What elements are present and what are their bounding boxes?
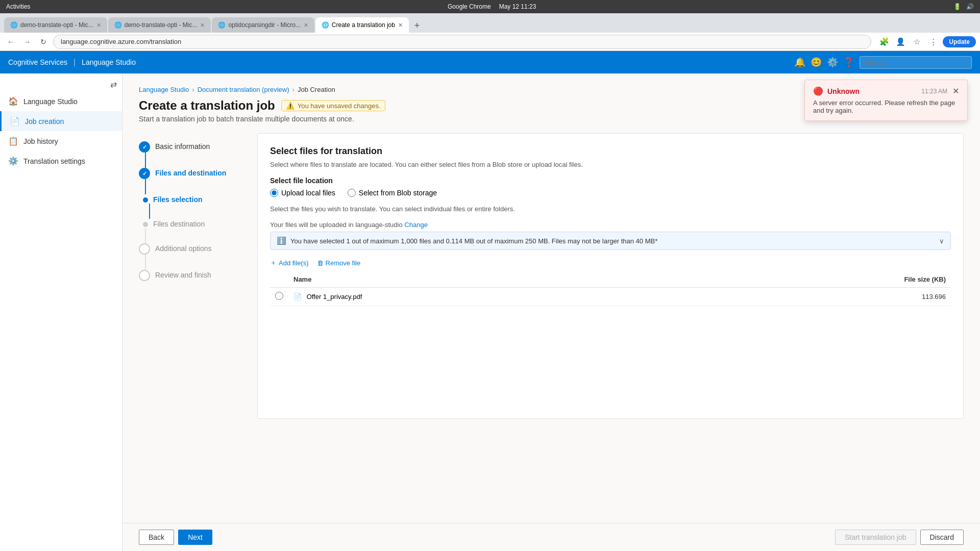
- radio-blob-storage[interactable]: Select from Blob storage: [348, 189, 437, 197]
- content-panel: Select files for translation Select wher…: [257, 133, 964, 419]
- step-label-review-finish: Review and finish: [155, 270, 211, 279]
- tab-favicon-4: 🌐: [322, 21, 329, 29]
- file-size-1: 113.696: [688, 288, 951, 306]
- sidebar-label-language-studio: Language Studio: [23, 97, 78, 106]
- unsaved-badge: ⚠️ You have unsaved changes.: [281, 100, 385, 111]
- upload-info: Your files will be uploaded in language-…: [270, 221, 951, 229]
- browser-tab-1[interactable]: 🌐 demo-translate-opti - Mic... ✕: [4, 17, 107, 33]
- radio-input-upload-local[interactable]: [270, 189, 278, 197]
- extensions-icon[interactable]: 🧩: [877, 35, 891, 48]
- browser-tab-2[interactable]: 🌐 demo-translate-opti - Mic... ✕: [108, 17, 211, 33]
- header-separator: |: [74, 58, 76, 67]
- step-review-finish: Review and finish: [139, 270, 241, 281]
- step-label-files-dest: Files and destination: [155, 168, 226, 177]
- main-content: Language Studio › Document translation (…: [122, 73, 980, 523]
- tab-close-1[interactable]: ✕: [96, 22, 101, 29]
- file-icon-1: 📄: [293, 293, 302, 300]
- header-icons: 🔔 😊 ⚙️ ❓: [794, 56, 972, 69]
- step-dot-files-dest: ✓: [139, 168, 150, 179]
- back-button[interactable]: Back: [139, 530, 174, 545]
- new-tab-button[interactable]: +: [410, 18, 424, 33]
- browser-tab-4[interactable]: 🌐 Create a translation job ✕: [315, 17, 409, 33]
- job-creation-icon: 📄: [10, 116, 20, 126]
- sidebar-item-job-history[interactable]: 📋 Job history: [0, 131, 122, 151]
- sidebar-toggle[interactable]: ⇄: [0, 78, 122, 91]
- toast-time: 11:23 AM: [921, 88, 947, 95]
- error-toast: 🔴 Unknown 11:23 AM ✕ A server error occu…: [804, 80, 968, 121]
- info-banner-text: You have selected 1 out of maximum 1,000…: [290, 237, 657, 245]
- profile-icon[interactable]: 👤: [894, 35, 907, 48]
- bookmark-icon[interactable]: ☆: [910, 35, 923, 48]
- reload-nav-button[interactable]: ↻: [37, 35, 50, 48]
- bottom-bar: Back Next Start translation job Discard: [122, 523, 980, 551]
- info-banner[interactable]: ℹ️ You have selected 1 out of maximum 1,…: [270, 232, 951, 250]
- toast-error-icon: 🔴: [813, 86, 823, 96]
- help-icon[interactable]: ❓: [843, 57, 854, 68]
- table-header-row: Name File size (KB): [270, 271, 951, 288]
- step-label-files-selection: Files selection: [153, 194, 202, 204]
- file-table: Name File size (KB) 📄: [270, 271, 951, 306]
- browser-menu-icon[interactable]: ⋮: [926, 35, 940, 48]
- info-icon: ℹ️: [277, 236, 286, 245]
- header-search-input[interactable]: [860, 56, 972, 69]
- back-nav-button[interactable]: ←: [4, 35, 17, 48]
- radio-input-blob-storage[interactable]: [348, 189, 356, 197]
- language-studio-header-link[interactable]: Language Studio: [82, 58, 136, 66]
- discard-button[interactable]: Discard: [920, 530, 964, 545]
- change-link[interactable]: Change: [404, 221, 428, 229]
- app-header: Cognitive Services | Language Studio 🔔 😊…: [0, 51, 980, 73]
- table-header-name: Name: [288, 271, 688, 288]
- step-connector-1: [145, 153, 146, 168]
- step-connector-5: [145, 255, 146, 270]
- browser-tab-3[interactable]: 🌐 optidocparsingdir - Micro... ✕: [212, 17, 314, 33]
- next-button[interactable]: Next: [178, 530, 212, 545]
- step-dot-files-selection: [143, 197, 148, 203]
- sidebar-item-language-studio[interactable]: 🏠 Language Studio: [0, 91, 122, 111]
- remove-file-button[interactable]: 🗑 Remove file: [317, 259, 361, 267]
- browser-chrome: 🌐 demo-translate-opti - Mic... ✕ 🌐 demo-…: [0, 13, 980, 51]
- radio-upload-local[interactable]: Upload local files: [270, 189, 335, 197]
- step-dot-basic-info: ✓: [139, 141, 150, 153]
- sidebar-label-job-creation: Job creation: [25, 117, 64, 126]
- tab-bar: 🌐 demo-translate-opti - Mic... ✕ 🌐 demo-…: [0, 13, 980, 33]
- breadcrumb-language-studio[interactable]: Language Studio: [139, 86, 189, 93]
- forward-nav-button[interactable]: →: [20, 35, 34, 48]
- toast-title: Unknown: [827, 87, 860, 95]
- tab-close-2[interactable]: ✕: [200, 22, 205, 29]
- start-translation-button: Start translation job: [835, 530, 916, 545]
- table-row: 📄 Offer 1_privacy.pdf 113.696: [270, 288, 951, 306]
- toast-body: A server error occurred. Please refresh …: [813, 99, 959, 114]
- address-input[interactable]: [53, 35, 871, 49]
- tab-close-4[interactable]: ✕: [398, 22, 403, 29]
- cognitive-services-link[interactable]: Cognitive Services: [8, 58, 67, 66]
- breadcrumb-doc-translation[interactable]: Document translation (preview): [198, 86, 289, 93]
- os-activities: Activities: [6, 3, 30, 10]
- update-button[interactable]: Update: [943, 36, 976, 47]
- notification-icon[interactable]: 🔔: [794, 57, 805, 68]
- step-dot-review-finish: [139, 270, 150, 281]
- app-body: ⇄ 🏠 Language Studio 📄 Job creation 📋 Job…: [0, 73, 980, 551]
- sidebar-item-job-creation[interactable]: 📄 Job creation: [0, 111, 122, 131]
- remove-icon: 🗑: [317, 259, 324, 267]
- steps-panel: ✓ Basic information ✓ Files and destinat…: [139, 133, 241, 419]
- page-title: Create a translation job: [139, 98, 275, 113]
- breadcrumb-current: Job Creation: [298, 86, 335, 93]
- wizard-layout: ✓ Basic information ✓ Files and destinat…: [139, 133, 964, 419]
- os-center: Google Chrome May 12 11:23: [448, 3, 536, 10]
- step-files-selection: Files selection: [139, 194, 241, 204]
- step-connector-4: [145, 228, 146, 243]
- settings-icon[interactable]: ⚙️: [827, 57, 838, 68]
- file-actions: ＋ Add file(s) 🗑 Remove file: [270, 258, 951, 267]
- toast-close-button[interactable]: ✕: [952, 86, 959, 96]
- file-row-radio-1[interactable]: [275, 292, 283, 300]
- sidebar-item-translation-settings[interactable]: ⚙️ Translation settings: [0, 151, 122, 171]
- step-label-files-destination: Files destination: [153, 219, 205, 228]
- step-files-dest: ✓ Files and destination: [139, 168, 241, 179]
- tab-close-3[interactable]: ✕: [304, 22, 308, 29]
- expand-icon: ∨: [939, 237, 944, 245]
- add-files-button[interactable]: ＋ Add file(s): [270, 258, 309, 267]
- job-history-icon: 📋: [8, 136, 18, 146]
- file-location-label: Select file location: [270, 177, 951, 185]
- step-dot-files-destination: [143, 222, 148, 227]
- emoji-icon[interactable]: 😊: [811, 57, 822, 68]
